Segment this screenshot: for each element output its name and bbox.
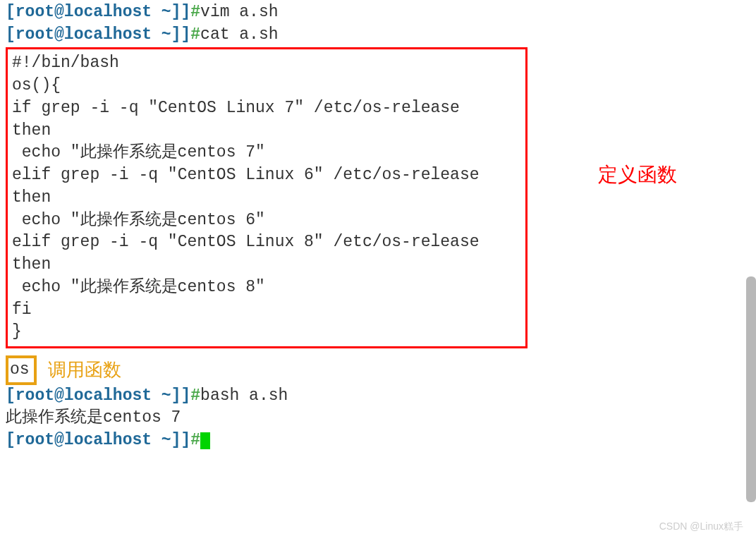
watermark-text: CSDN @Linux糕手 (659, 520, 743, 533)
script-line: echo "此操作系统是centos 8" (12, 276, 521, 299)
script-line: os(){ (12, 75, 521, 97)
script-line: then (12, 120, 521, 142)
prompt-line-cat: [root@localhost ~]]#cat a.sh (6, 24, 750, 47)
bracket-close: ] (181, 3, 190, 21)
command-vim: vim a.sh (200, 3, 278, 21)
annotation-call-function: 调用函数 (48, 358, 121, 383)
script-line: echo "此操作系统是centos 7" (12, 142, 521, 164)
script-line: then (12, 254, 521, 276)
scrollbar[interactable] (746, 276, 756, 502)
prompt-hash: # (190, 3, 200, 21)
annotation-define-function: 定义函数 (598, 162, 677, 189)
cursor-icon (200, 432, 210, 449)
script-line: elif grep -i -q "CentOS Linux 6" /etc/os… (12, 164, 521, 187)
call-row: os 调用函数 (6, 355, 750, 385)
script-line: } (12, 321, 521, 343)
output-line: 此操作系统是centos 7 (6, 407, 750, 430)
bracket-open: [ (6, 3, 16, 21)
terminal-area: [root@localhost ~]]#vim a.sh [root@local… (0, 0, 756, 453)
prompt-line-cursor[interactable]: [root@localhost ~]]# (6, 430, 750, 452)
prompt-user: root@localhost ~] (16, 3, 181, 21)
call-function-box: os (6, 355, 37, 385)
script-line: elif grep -i -q "CentOS Linux 8" /etc/os… (12, 231, 521, 254)
script-line: then (12, 187, 521, 209)
script-line: echo "此操作系统是centos 6" (12, 209, 521, 232)
command-bash: bash a.sh (200, 386, 288, 405)
script-line: if grep -i -q "CentOS Linux 7" /etc/os-r… (12, 97, 521, 120)
define-function-box: #!/bin/bash os(){ if grep -i -q "CentOS … (6, 47, 528, 348)
command-cat: cat a.sh (200, 25, 278, 44)
script-line: #!/bin/bash (12, 52, 521, 75)
prompt-line-vim: [root@localhost ~]]#vim a.sh (6, 1, 750, 24)
prompt-line-bash: [root@localhost ~]]#bash a.sh (6, 385, 750, 408)
script-line: fi (12, 299, 521, 322)
